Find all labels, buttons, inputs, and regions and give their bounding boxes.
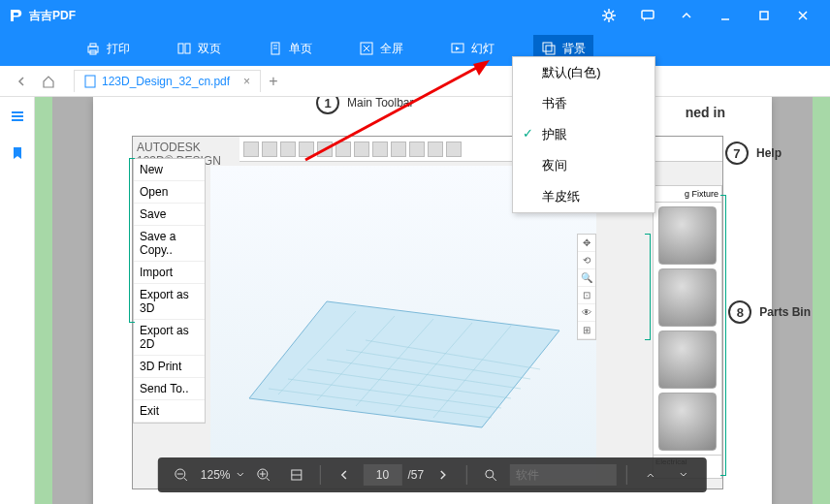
chevron-up-icon: [646, 470, 655, 480]
fit-icon: [289, 467, 304, 483]
outline-button[interactable]: [6, 105, 29, 128]
maximize-button[interactable]: [745, 0, 783, 31]
svg-line-38: [267, 478, 270, 481]
titlebar: 吉吉PDF: [0, 0, 830, 31]
svg-line-44: [493, 477, 496, 481]
tab-close-button[interactable]: ×: [243, 75, 250, 88]
search-input[interactable]: [510, 464, 617, 486]
chevron-up-icon: [680, 9, 693, 22]
search-icon: [484, 468, 497, 482]
next-result-button[interactable]: [670, 461, 697, 488]
prev-page-button[interactable]: [331, 461, 358, 488]
new-tab-button[interactable]: +: [269, 73, 277, 90]
app-menu-item: Import: [134, 262, 205, 284]
print-button[interactable]: 打印: [78, 35, 138, 63]
doublepage-button[interactable]: 双页: [169, 35, 229, 63]
app-name: 吉吉PDF: [29, 8, 76, 24]
svg-rect-14: [543, 43, 552, 51]
callout-1: 1 Main Toolbar: [316, 97, 413, 114]
app-nav-bar: ✥⟲🔍⊡👁⊞: [577, 234, 596, 340]
fullscreen-icon: [359, 41, 374, 56]
bracket: [129, 158, 135, 323]
fullscreen-button[interactable]: 全屏: [351, 35, 411, 63]
callout-7: 7 Help: [725, 142, 782, 165]
chevron-down-icon[interactable]: [237, 471, 244, 479]
back-button[interactable]: [8, 68, 35, 95]
tabbar: 123D_Design_32_cn.pdf × +: [0, 66, 830, 97]
main-area: 1 Main Toolbar ned in 7 Help 2 Applicati…: [0, 97, 830, 504]
svg-point-0: [606, 13, 612, 18]
chevron-left-icon: [16, 76, 27, 87]
svg-line-35: [184, 478, 187, 481]
chat-icon: [640, 8, 655, 23]
app-menu-item: Export as 3D: [134, 284, 205, 320]
bracket: [720, 195, 726, 476]
chevron-right-icon: [437, 469, 449, 481]
svg-marker-22: [249, 301, 559, 427]
zoom-in-icon: [256, 467, 271, 483]
zoom-level: 125%: [201, 468, 231, 482]
page-input[interactable]: [364, 464, 402, 486]
app-menu-item: Open: [134, 181, 205, 204]
svg-rect-3: [760, 12, 768, 19]
gear-icon: [601, 8, 617, 23]
bookmark-icon: [10, 145, 25, 161]
bracket: [645, 234, 651, 340]
search-button[interactable]: [477, 461, 504, 488]
svg-rect-1: [642, 11, 654, 18]
slideshow-button[interactable]: 幻灯: [442, 35, 502, 63]
svg-rect-8: [185, 44, 190, 53]
app-menu-item: Export as 2D: [134, 320, 205, 356]
app-menu-item: New: [134, 159, 205, 181]
app-menu-item: Save a Copy..: [134, 226, 205, 262]
zoom-out-icon: [174, 467, 189, 483]
dropdown-book[interactable]: 书香: [513, 88, 654, 119]
singlepage-button[interactable]: 单页: [260, 35, 320, 63]
fit-button[interactable]: [283, 461, 310, 488]
dropdown-night[interactable]: 夜间: [513, 150, 654, 181]
singlepage-icon: [268, 41, 283, 56]
svg-rect-7: [178, 44, 183, 53]
collapse-button[interactable]: [667, 0, 706, 31]
sidebar: [0, 97, 35, 504]
part-thumbnail: [658, 331, 717, 389]
main-toolbar: 打印 双页 单页 全屏 幻灯 背景: [0, 31, 830, 66]
svg-rect-5: [90, 44, 96, 47]
app-menu-item: Save: [134, 204, 205, 226]
app-menu: NewOpenSaveSave a Copy..ImportExport as …: [133, 158, 206, 424]
zoom-out-button[interactable]: [168, 461, 195, 488]
part-thumbnail: [658, 393, 717, 451]
callout-8: 8 Parts Bin: [728, 300, 811, 324]
dropdown-parchment[interactable]: 羊皮纸: [513, 181, 654, 212]
page-edge-left: [35, 97, 52, 504]
dropdown-eye[interactable]: 护眼: [513, 119, 654, 150]
home-icon: [42, 75, 55, 88]
bottom-controlbar: 125% /57: [158, 457, 707, 492]
svg-rect-18: [85, 76, 95, 87]
document-viewer[interactable]: 1 Main Toolbar ned in 7 Help 2 Applicati…: [35, 97, 830, 504]
zoom-in-button[interactable]: [250, 461, 277, 488]
print-icon: [85, 41, 101, 56]
part-thumbnail: [658, 206, 717, 265]
app-menu-item: Send To..: [134, 378, 205, 400]
page-total: /57: [408, 468, 425, 482]
chevron-left-icon: [338, 469, 350, 481]
bookmark-button[interactable]: [6, 142, 29, 165]
app-menu-item: 3D Print: [134, 356, 205, 378]
minimize-button[interactable]: [706, 0, 745, 31]
dropdown-default[interactable]: 默认(白色): [513, 57, 654, 88]
feedback-button[interactable]: [628, 0, 667, 31]
document-tab[interactable]: 123D_Design_32_cn.pdf ×: [74, 70, 261, 92]
home-button[interactable]: [35, 68, 62, 95]
next-page-button[interactable]: [430, 461, 457, 488]
doublepage-icon: [176, 41, 192, 56]
settings-button[interactable]: [590, 0, 628, 31]
part-thumbnail: [658, 268, 717, 327]
background-icon: [541, 41, 557, 56]
svg-rect-15: [546, 46, 555, 54]
list-icon: [10, 109, 25, 124]
maximize-icon: [757, 9, 771, 22]
close-button[interactable]: [783, 0, 822, 31]
prev-result-button[interactable]: [637, 461, 664, 488]
close-icon: [796, 9, 810, 22]
